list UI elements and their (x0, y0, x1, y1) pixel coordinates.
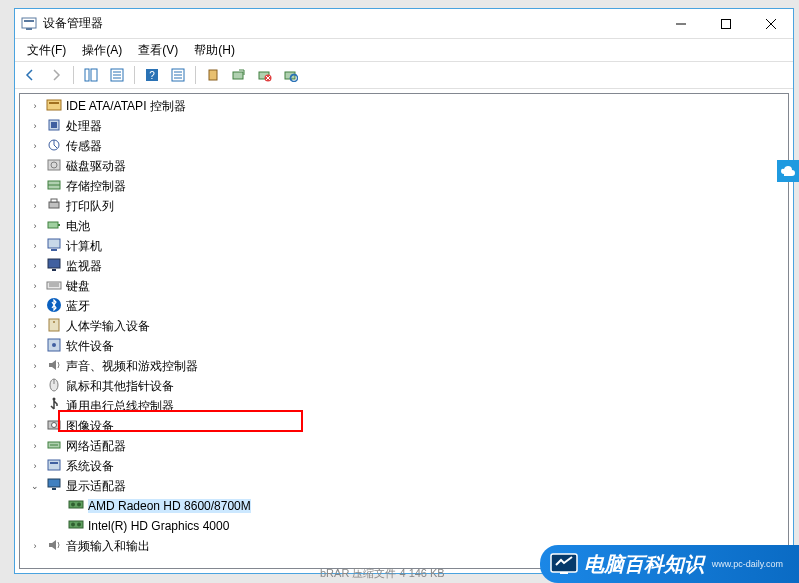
back-button[interactable] (19, 64, 41, 86)
tree-category-label: 监视器 (66, 258, 102, 275)
svg-rect-40 (52, 269, 56, 271)
toolbar-separator (134, 66, 135, 84)
tree-category[interactable]: ›人体学输入设备 (20, 316, 788, 336)
update-driver-button[interactable] (202, 64, 224, 86)
tree-category-label: 处理器 (66, 118, 102, 135)
camera-icon (46, 417, 66, 436)
tree-device-item[interactable]: Intel(R) HD Graphics 4000 (20, 516, 788, 536)
tree-category[interactable]: ›监视器 (20, 256, 788, 276)
menu-file[interactable]: 文件(F) (19, 40, 74, 61)
expand-icon[interactable]: › (28, 359, 42, 373)
tree-category[interactable]: ›声音、视频和游戏控制器 (20, 356, 788, 376)
tree-category-label: 鼠标和其他指针设备 (66, 378, 174, 395)
svg-rect-1 (24, 20, 34, 22)
tree-category[interactable]: ›磁盘驱动器 (20, 156, 788, 176)
svg-rect-4 (721, 19, 730, 28)
svg-text:?: ? (149, 70, 155, 81)
gpu-icon (68, 497, 88, 516)
tree-scroll-area[interactable]: ›IDE ATA/ATAPI 控制器›处理器›传感器›磁盘驱动器›存储控制器›打… (19, 93, 789, 569)
expand-icon[interactable]: › (28, 179, 42, 193)
svg-rect-0 (22, 18, 36, 28)
tree-category[interactable]: ›IDE ATA/ATAPI 控制器 (20, 96, 788, 116)
tree-category[interactable]: ›图像设备 (20, 416, 788, 436)
svg-rect-8 (91, 69, 97, 81)
menu-help[interactable]: 帮助(H) (186, 40, 243, 61)
tree-category[interactable]: ›处理器 (20, 116, 788, 136)
maximize-button[interactable] (703, 9, 748, 38)
computer-icon (46, 237, 66, 256)
export-list-button[interactable] (167, 64, 189, 86)
tree-category[interactable]: ›电池 (20, 216, 788, 236)
forward-button[interactable] (45, 64, 67, 86)
menubar: 文件(F) 操作(A) 查看(V) 帮助(H) (15, 39, 793, 61)
properties-button[interactable] (106, 64, 128, 86)
expand-icon[interactable]: › (28, 419, 42, 433)
svg-rect-27 (51, 122, 57, 128)
display-icon (46, 477, 66, 496)
help-button[interactable]: ? (141, 64, 163, 86)
tree-category-label: 显示适配器 (66, 478, 126, 495)
tree-category-label: 存储控制器 (66, 178, 126, 195)
tree-category-label: 蓝牙 (66, 298, 90, 315)
svg-rect-35 (48, 222, 58, 228)
bluetooth-icon (46, 297, 66, 316)
uninstall-device-button[interactable] (254, 64, 276, 86)
svg-rect-17 (233, 72, 243, 79)
expand-icon[interactable]: › (28, 379, 42, 393)
tree-category-label: 电池 (66, 218, 90, 235)
expand-icon[interactable]: › (28, 459, 42, 473)
expand-icon[interactable]: › (28, 339, 42, 353)
svg-rect-56 (48, 460, 60, 470)
expand-icon[interactable]: › (28, 219, 42, 233)
expand-icon[interactable]: › (28, 299, 42, 313)
tree-category[interactable]: ›网络适配器 (20, 436, 788, 456)
tree-category[interactable]: ›键盘 (20, 276, 788, 296)
svg-rect-45 (49, 319, 59, 331)
tree-category[interactable]: ›存储控制器 (20, 176, 788, 196)
svg-point-64 (71, 522, 75, 526)
tree-device-item[interactable]: AMD Radeon HD 8600/8700M (20, 496, 788, 516)
watermark-icon (550, 553, 578, 575)
tree-category[interactable]: ›鼠标和其他指针设备 (20, 376, 788, 396)
svg-rect-7 (85, 69, 89, 81)
svg-rect-38 (51, 249, 57, 251)
menu-view[interactable]: 查看(V) (130, 40, 186, 61)
svg-rect-2 (26, 28, 32, 30)
mouse-icon (46, 377, 66, 396)
cloud-sync-icon[interactable] (777, 160, 799, 182)
disable-device-button[interactable] (280, 64, 302, 86)
expand-icon[interactable]: › (28, 399, 42, 413)
tree-category-label: 传感器 (66, 138, 102, 155)
expand-icon[interactable]: › (28, 139, 42, 153)
expand-icon[interactable]: › (28, 279, 42, 293)
expand-icon[interactable]: › (28, 99, 42, 113)
watermark: 电脑百科知识 www.pc-daily.com (540, 545, 799, 583)
tree-category[interactable]: ›计算机 (20, 236, 788, 256)
titlebar: 设备管理器 (15, 9, 793, 39)
collapse-icon[interactable]: ⌄ (28, 479, 42, 493)
show-hide-console-tree-button[interactable] (80, 64, 102, 86)
svg-point-48 (52, 343, 56, 347)
expand-icon[interactable]: › (28, 439, 42, 453)
tree-category[interactable]: ›软件设备 (20, 336, 788, 356)
close-button[interactable] (748, 9, 793, 38)
tree-category-label: 系统设备 (66, 458, 114, 475)
menu-action[interactable]: 操作(A) (74, 40, 130, 61)
expand-icon[interactable]: › (28, 539, 42, 553)
tree-category[interactable]: ⌄显示适配器 (20, 476, 788, 496)
expand-icon[interactable]: › (28, 119, 42, 133)
minimize-button[interactable] (658, 9, 703, 38)
expand-icon[interactable]: › (28, 159, 42, 173)
expand-icon[interactable]: › (28, 239, 42, 253)
svg-point-65 (77, 522, 81, 526)
disk-icon (46, 157, 66, 176)
tree-category[interactable]: ›打印队列 (20, 196, 788, 216)
expand-icon[interactable]: › (28, 259, 42, 273)
tree-category[interactable]: ›通用串行总线控制器 (20, 396, 788, 416)
scan-hardware-button[interactable] (228, 64, 250, 86)
tree-category[interactable]: ›传感器 (20, 136, 788, 156)
expand-icon[interactable]: › (28, 199, 42, 213)
tree-category[interactable]: ›系统设备 (20, 456, 788, 476)
expand-icon[interactable]: › (28, 319, 42, 333)
tree-category[interactable]: ›蓝牙 (20, 296, 788, 316)
